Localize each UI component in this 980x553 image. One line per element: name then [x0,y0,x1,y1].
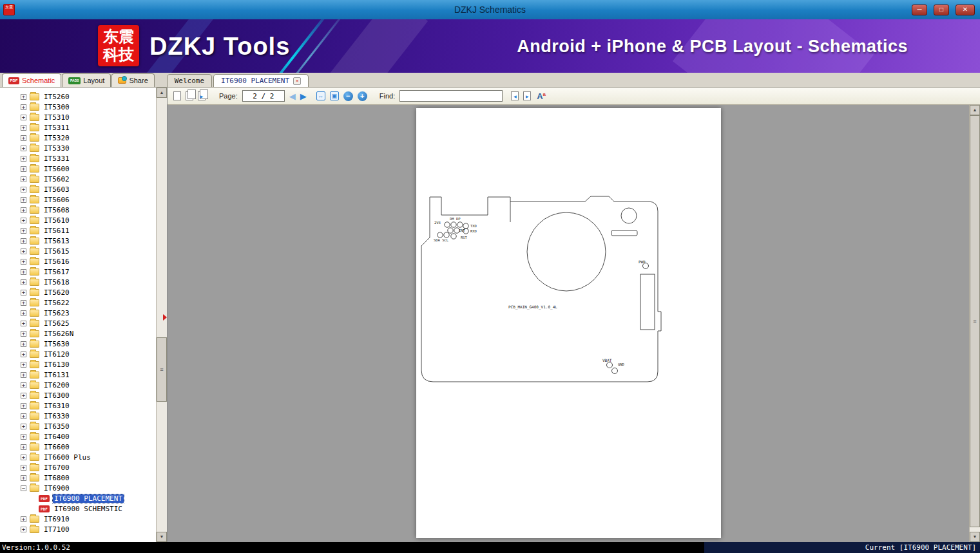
tree-item-it5626n[interactable]: +IT5626N [0,328,156,339]
find-next-icon[interactable]: ▶ [523,91,531,100]
tree-item-it6330[interactable]: +IT6330 [0,411,156,421]
tree-item-it6400[interactable]: +IT6400 [0,431,156,442]
expand-icon[interactable]: + [21,362,26,368]
expand-icon[interactable]: + [21,516,26,522]
tree-item-it6700[interactable]: +IT6700 [0,462,156,473]
scroll-down-icon[interactable]: ▼ [970,532,980,542]
scroll-up-icon[interactable]: ▲ [970,105,980,115]
splitter-collapse-icon[interactable] [163,314,167,321]
page-number-input[interactable] [242,90,285,102]
tree-item-it5602[interactable]: +IT5602 [0,174,156,184]
expand-icon[interactable]: + [21,259,26,265]
tree-scroll-thumb[interactable]: ≡ [157,337,167,402]
tab-share[interactable]: Share [111,73,154,87]
expand-icon[interactable]: + [21,290,26,295]
expand-icon[interactable]: + [21,424,26,429]
tree-item-it5613[interactable]: +IT5613 [0,236,156,246]
select-tool-icon[interactable] [173,91,181,100]
tree-item-it5622[interactable]: +IT5622 [0,297,156,308]
previous-page-icon[interactable]: ◀ [289,92,296,100]
collapse-icon[interactable]: − [21,485,26,491]
tab-schematic[interactable]: PDF Schematic [2,73,61,87]
tree-item-it5606[interactable]: +IT5606 [0,194,156,205]
expand-icon[interactable]: + [21,444,26,450]
close-button[interactable]: ✕ [956,5,975,15]
expand-icon[interactable]: + [21,197,26,203]
viewer-scroll-thumb[interactable]: ≡ [970,115,980,527]
expand-icon[interactable]: + [21,248,26,254]
minimize-button[interactable]: ─ [912,5,927,15]
expand-icon[interactable]: + [21,166,26,172]
tree-item-it6900-placement[interactable]: PDFIT6900 PLACEMENT [0,493,156,503]
tree-item-it5320[interactable]: +IT5320 [0,133,156,143]
expand-icon[interactable]: + [21,279,26,285]
expand-icon[interactable]: + [21,372,26,378]
tree-item-it5330[interactable]: +IT5330 [0,143,156,153]
expand-icon[interactable]: + [21,94,26,100]
snapshot-icon[interactable] [186,91,193,100]
tree-item-it5310[interactable]: +IT5310 [0,112,156,122]
viewer-scrollbar[interactable]: ▲ ≡ ▼ [969,105,980,542]
tree-item-it5300[interactable]: +IT5300 [0,102,156,112]
expand-icon[interactable]: + [21,403,26,409]
expand-icon[interactable]: + [21,475,26,481]
expand-icon[interactable]: + [21,300,26,306]
tree-item-it5625[interactable]: +IT5625 [0,318,156,328]
expand-icon[interactable]: + [21,331,26,337]
expand-icon[interactable]: + [21,228,26,234]
fit-width-icon[interactable]: ↔ [316,91,325,100]
scroll-down-icon[interactable]: ▼ [157,532,167,542]
tree-item-it5260[interactable]: +IT5260 [0,91,156,102]
find-previous-icon[interactable]: ◀ [511,91,519,100]
zoom-in-icon[interactable]: + [358,91,367,101]
expand-icon[interactable]: + [21,156,26,162]
expand-icon[interactable]: + [21,269,26,275]
tree-item-it5623[interactable]: +IT5623 [0,308,156,318]
maximize-button[interactable]: □ [934,5,949,15]
expand-icon[interactable]: + [21,434,26,440]
expand-icon[interactable]: + [21,104,26,110]
expand-icon[interactable]: + [21,145,26,151]
expand-icon[interactable]: + [21,382,26,388]
tree-item-it6300[interactable]: +IT6300 [0,390,156,400]
expand-icon[interactable]: + [21,465,26,471]
tree-item-it5331[interactable]: +IT5331 [0,153,156,164]
find-input[interactable] [399,90,503,102]
tree-item-it6130[interactable]: +IT6130 [0,359,156,370]
tree-item-it6900-schemstic[interactable]: PDFIT6900 SCHEMSTIC [0,503,156,514]
expand-icon[interactable]: + [21,321,26,326]
expand-icon[interactable]: + [21,176,26,182]
expand-icon[interactable]: + [21,218,26,223]
tree-item-it5610[interactable]: +IT5610 [0,215,156,225]
folder-tree[interactable]: +IT5260+IT5300+IT5310+IT5311+IT5320+IT53… [0,88,156,542]
tree-item-it5630[interactable]: +IT5630 [0,339,156,349]
tree-item-it5608[interactable]: +IT5608 [0,205,156,215]
tree-item-it5615[interactable]: +IT5615 [0,246,156,256]
tree-item-it5311[interactable]: +IT5311 [0,122,156,133]
scroll-up-icon[interactable]: ▲ [157,88,167,98]
expand-icon[interactable]: + [21,135,26,141]
tree-item-it6910[interactable]: +IT6910 [0,514,156,524]
tree-item-it5600[interactable]: +IT5600 [0,164,156,174]
expand-icon[interactable]: + [21,413,26,419]
expand-icon[interactable]: + [21,351,26,357]
tree-item-it6600-plus[interactable]: +IT6600 Plus [0,452,156,462]
clipboard-icon[interactable]: ▶ [198,91,206,100]
expand-icon[interactable]: + [21,341,26,347]
tree-item-it5617[interactable]: +IT5617 [0,267,156,277]
pdf-viewer[interactable]: 2V8 DM DP TXD RXD INT RST SDA SCL PWR PC… [168,105,980,542]
tab-layout[interactable]: PADS Layout [62,73,111,87]
zoom-out-icon[interactable]: − [343,91,353,101]
expand-icon[interactable]: + [21,455,26,460]
tree-item-it5611[interactable]: +IT5611 [0,225,156,236]
doc-tab-it6900-placement[interactable]: IT6900 PLACEMENT ✕ [213,74,309,87]
tree-item-it6200[interactable]: +IT6200 [0,380,156,390]
expand-icon[interactable]: + [21,310,26,316]
close-tab-icon[interactable]: ✕ [293,77,301,85]
tree-item-it6350[interactable]: +IT6350 [0,421,156,431]
tree-item-it6800[interactable]: +IT6800 [0,473,156,483]
expand-icon[interactable]: + [21,187,26,192]
expand-icon[interactable]: + [21,238,26,244]
tree-item-it6131[interactable]: +IT6131 [0,370,156,380]
tree-item-it6120[interactable]: +IT6120 [0,349,156,359]
